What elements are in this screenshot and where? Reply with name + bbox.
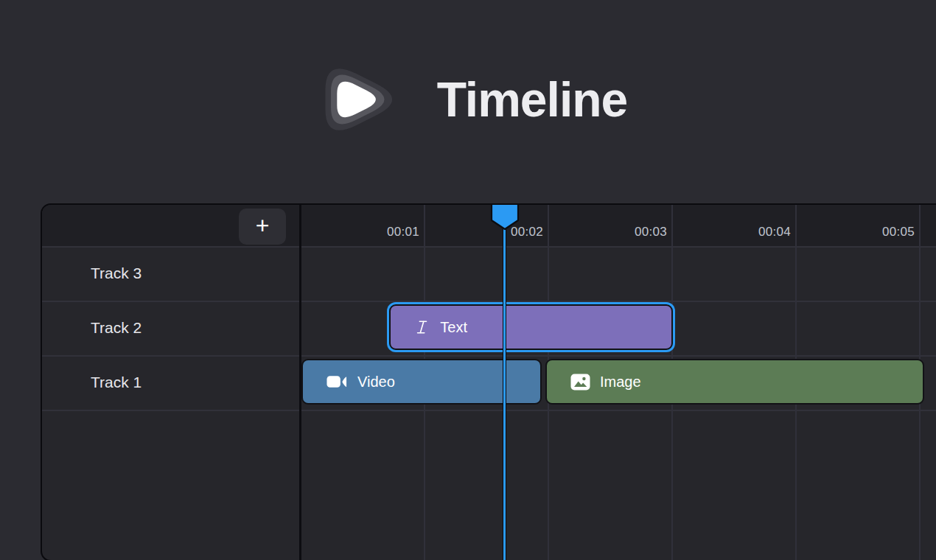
app-title: Timeline bbox=[437, 71, 628, 127]
clip-label: Video bbox=[357, 374, 395, 391]
timeline-content[interactable]: 00:0100:0200:0300:0400:05 Text bbox=[301, 205, 936, 560]
italic-text-icon bbox=[414, 318, 430, 336]
track-label-track-1: Track 1 bbox=[42, 355, 299, 410]
ruler-tick-label: 00:02 bbox=[425, 205, 543, 246]
video-camera-icon bbox=[326, 374, 348, 390]
lane-track-3 bbox=[301, 246, 936, 301]
lane-track-2: Text bbox=[301, 301, 936, 355]
track-sidebar: + Track 3 Track 2 Track 1 bbox=[42, 205, 301, 560]
timeline-panel: 00:0100:0200:0300:0400:05 Text bbox=[41, 203, 936, 560]
playhead-line bbox=[503, 224, 506, 560]
play-blob-icon bbox=[309, 46, 421, 153]
app-background: Timeline 00:0100:0200:0300:0400:05 Text bbox=[0, 0, 936, 560]
lane-track-1: Video Image bbox=[301, 355, 936, 410]
app-header: Timeline bbox=[0, 46, 936, 153]
track-label-track-2: Track 2 bbox=[42, 301, 299, 355]
ruler-tick-label: 00:03 bbox=[549, 205, 667, 246]
ruler-tick-label: 00:01 bbox=[301, 205, 419, 246]
clip-image[interactable]: Image bbox=[545, 359, 924, 405]
track-label-track-3: Track 3 bbox=[42, 246, 299, 301]
time-ruler[interactable]: 00:0100:0200:0300:0400:05 bbox=[301, 205, 936, 246]
image-icon bbox=[570, 374, 590, 391]
clip-label: Image bbox=[600, 374, 641, 391]
ruler-tick-label: 00:05 bbox=[797, 205, 915, 246]
add-track-button[interactable]: + bbox=[239, 209, 286, 245]
playhead-flag[interactable] bbox=[490, 203, 520, 231]
ruler-tick-label: 00:04 bbox=[673, 205, 791, 246]
clip-text[interactable]: Text bbox=[389, 304, 673, 350]
clip-label: Text bbox=[440, 319, 467, 336]
